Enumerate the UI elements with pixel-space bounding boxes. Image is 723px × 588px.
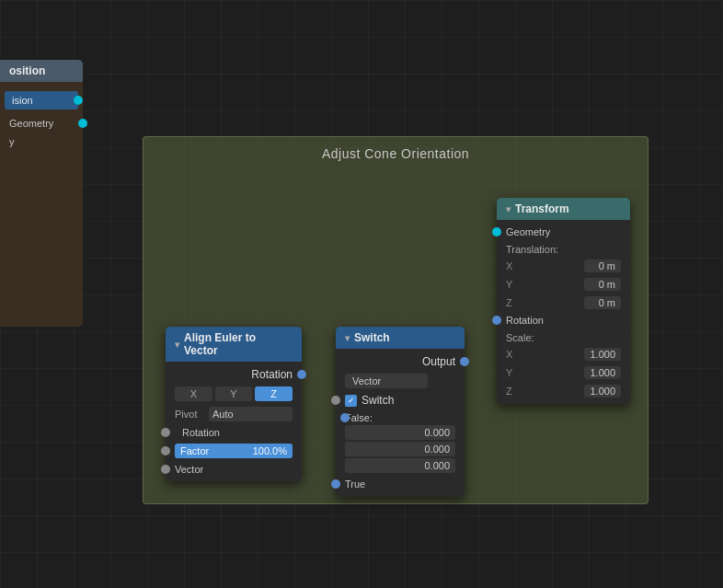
switch-output-socket bbox=[460, 357, 469, 366]
transform-sy-row: Y 1.000 bbox=[497, 363, 630, 382]
geometry-socket bbox=[78, 119, 87, 128]
align-rotation-output-row: Rotation bbox=[166, 365, 302, 384]
axis-x-button[interactable]: X bbox=[175, 386, 212, 401]
align-title: Align Euler to Vector bbox=[184, 331, 293, 357]
align-rotation-input-socket bbox=[161, 428, 170, 437]
left-panel-title: osition bbox=[9, 64, 45, 77]
position-output-socket bbox=[74, 96, 83, 105]
transform-sz-row: Z 1.000 bbox=[497, 382, 630, 400]
false-x-value: 0.000 bbox=[345, 425, 455, 440]
align-rotation-output-socket bbox=[297, 370, 306, 379]
align-vector-socket bbox=[161, 465, 170, 474]
true-row: True bbox=[336, 475, 465, 493]
geometry-row: Geometry bbox=[0, 114, 83, 133]
transform-title: Transform bbox=[515, 202, 569, 215]
left-panel-body: ision Geometry y bbox=[0, 82, 83, 327]
axis-y-button[interactable]: Y bbox=[215, 386, 253, 401]
position-node-header: ision bbox=[5, 91, 78, 110]
align-chevron: ▾ bbox=[175, 340, 179, 350]
node-transform: ▾ Transform Geometry Translation: X 0 m … bbox=[497, 198, 630, 404]
factor-socket bbox=[161, 446, 170, 455]
node-switch: ▾ Switch Output Vector ✓ Switch False: 0… bbox=[336, 327, 465, 497]
pivot-row: Pivot Auto bbox=[166, 404, 302, 424]
switch-body: Output Vector ✓ Switch False: 0.000 0.00… bbox=[336, 349, 465, 497]
false-y-value: 0.000 bbox=[345, 442, 455, 456]
false-z-value: 0.000 bbox=[345, 458, 455, 473]
pivot-select[interactable]: Auto bbox=[209, 407, 293, 421]
switch-type-select[interactable]: Vector bbox=[345, 374, 428, 388]
left-panel: osition ision Geometry y bbox=[0, 60, 83, 327]
translation-label: Translation: bbox=[497, 240, 630, 257]
transform-header: ▾ Transform bbox=[497, 198, 630, 220]
false-section: False: 0.000 0.000 0.000 bbox=[336, 409, 465, 473]
transform-x-row: X 0 m bbox=[497, 257, 630, 275]
factor-row: Factor 100.0% bbox=[166, 441, 302, 461]
transform-z-row: Z 0 m bbox=[497, 294, 630, 312]
switch-chevron: ▾ bbox=[345, 333, 350, 343]
switch-input-socket bbox=[331, 396, 340, 405]
align-header: ▾ Align Euler to Vector bbox=[166, 327, 302, 362]
factor-bar[interactable]: Factor 100.0% bbox=[175, 444, 293, 458]
switch-header: ▾ Switch bbox=[336, 327, 465, 349]
align-rotation-input-row: Rotation bbox=[166, 424, 302, 441]
node-align: ▾ Align Euler to Vector Rotation X Y Z P… bbox=[166, 327, 302, 481]
group-title: Adjust Cone Orientation bbox=[143, 137, 648, 170]
transform-body: Geometry Translation: X 0 m Y 0 m Z 0 m … bbox=[497, 220, 630, 404]
transform-geometry-socket bbox=[492, 227, 501, 236]
switch-title: Switch bbox=[354, 331, 390, 344]
align-body: Rotation X Y Z Pivot Auto Rotation Facto… bbox=[166, 362, 302, 481]
switch-checkbox[interactable]: ✓ bbox=[345, 395, 357, 407]
align-vector-row: Vector bbox=[166, 461, 302, 478]
true-socket bbox=[331, 479, 340, 489]
false-label-row: False: bbox=[345, 412, 455, 423]
switch-checkbox-row: ✓ Switch bbox=[336, 391, 465, 409]
transform-rotation-row: Rotation bbox=[497, 312, 630, 329]
transform-rotation-socket bbox=[492, 316, 501, 325]
axis-buttons: X Y Z bbox=[166, 384, 302, 404]
output-y-label: y bbox=[0, 133, 83, 151]
switch-output-row: Output bbox=[336, 352, 465, 371]
transform-chevron: ▾ bbox=[506, 204, 511, 214]
switch-type-row: Vector bbox=[336, 371, 465, 391]
axis-z-button[interactable]: Z bbox=[255, 386, 293, 401]
scale-label: Scale: bbox=[497, 329, 630, 345]
transform-y-row: Y 0 m bbox=[497, 275, 630, 294]
transform-sx-row: X 1.000 bbox=[497, 345, 630, 363]
false-socket bbox=[340, 413, 350, 422]
left-panel-header: osition bbox=[0, 60, 83, 82]
transform-geometry-row: Geometry bbox=[497, 224, 630, 240]
